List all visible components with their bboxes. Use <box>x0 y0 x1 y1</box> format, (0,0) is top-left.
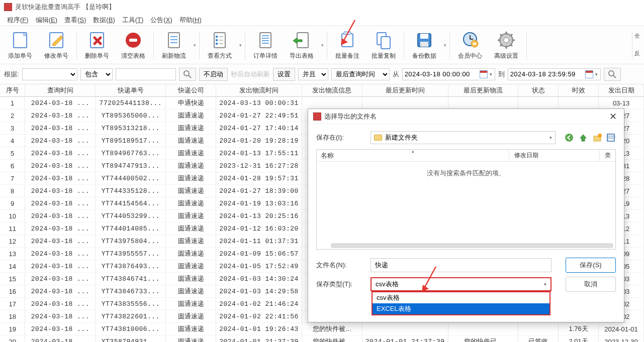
svg-line-47 <box>613 75 616 78</box>
backup-data-button[interactable]: 备份数据 <box>406 27 442 63</box>
type-option-csv[interactable]: csv表格 <box>373 292 549 303</box>
svg-line-41 <box>510 44 512 46</box>
up-icon[interactable] <box>579 133 588 142</box>
delete-number-button[interactable]: 删除单号 <box>79 27 115 63</box>
export-table-button[interactable]: 导出表格 <box>284 27 320 63</box>
menu-b[interactable]: 数据(B) <box>90 15 118 26</box>
member-center-button[interactable]: 会员中心 <box>452 27 488 63</box>
chevron-down-icon[interactable]: ▾ <box>442 27 447 63</box>
menu-t[interactable]: 工具(T) <box>119 15 147 26</box>
svg-line-40 <box>500 34 502 36</box>
calendar-icon <box>480 70 488 78</box>
chevron-down-icon[interactable]: ▾ <box>320 27 325 63</box>
file-list[interactable]: ▴名称 修改日期 类 没有与搜索条件匹配的项。 <box>316 149 616 250</box>
empty-message: 没有与搜索条件匹配的项。 <box>317 162 615 178</box>
chevron-down-icon[interactable]: ▾ <box>238 27 243 63</box>
separator <box>199 31 200 59</box>
table-row[interactable]: 202024-03-18 ...YT358794931...圆通速递2024-0… <box>0 335 644 343</box>
title-bar: 灵软快递批量查询高手 【是玲啊】 <box>0 0 644 14</box>
menu-s[interactable]: 查看(S) <box>61 15 89 26</box>
folder-select[interactable]: 新建文件夹 ▾ <box>371 131 556 144</box>
search-button[interactable] <box>179 68 196 81</box>
save-in-label: 保存在(I): <box>316 133 366 142</box>
table-row[interactable]: 12024-03-18 ...772025441138...申通快递2024-0… <box>0 97 644 109</box>
table-row[interactable]: 192024-03-18 ...YT743810006...圆通速递2024-0… <box>0 323 644 335</box>
cancel-button[interactable]: 取消 <box>566 277 616 292</box>
chevron-down-icon[interactable]: ▾ <box>192 27 197 63</box>
from-date-input[interactable]: 2024-03-18 00:00:00▾ <box>402 68 495 80</box>
column-name[interactable]: ▴名称 <box>317 150 509 161</box>
filter-value-input[interactable] <box>116 68 176 80</box>
and-select[interactable]: 并且 <box>298 68 328 80</box>
column-date[interactable]: 修改日期 <box>509 150 599 161</box>
save-type-select[interactable]: csv表格 ▾ csv表格 EXCEL表格 <box>371 277 551 291</box>
column-header[interactable]: 最后更新时间 <box>362 84 448 97</box>
menu-bar: 程序(F)编辑(E)查看(S)数据(B)工具(T)公告(X)帮助(H) <box>0 14 644 26</box>
app-title: 灵软快递批量查询高手 【是玲啊】 <box>15 3 115 12</box>
file-list-header: ▴名称 修改日期 类 <box>317 150 615 162</box>
contains-select[interactable]: 包含 <box>80 68 113 80</box>
detail-icon <box>255 30 276 51</box>
column-header[interactable]: 发出物流信息 <box>302 84 362 97</box>
view-mode-button[interactable]: 查看方式 <box>202 27 238 63</box>
calendar-icon <box>585 70 593 78</box>
no-start-button[interactable]: 不启动 <box>199 68 228 81</box>
last-query-select[interactable]: 最后查询时间 <box>331 68 390 80</box>
scrollbar-thumb[interactable] <box>331 243 613 248</box>
menu-f[interactable]: 程序(F) <box>4 15 32 26</box>
svg-line-43 <box>510 34 512 36</box>
back-icon[interactable] <box>565 133 574 142</box>
column-header[interactable]: 快递单号 <box>96 84 166 97</box>
svg-rect-27 <box>420 34 428 39</box>
add-number-button[interactable]: 添加单号 <box>2 27 38 63</box>
save-button[interactable]: 保存(S) <box>566 258 616 273</box>
menu-h[interactable]: 帮助(H) <box>176 15 205 26</box>
to-date-input[interactable]: 2024-03-18 23:59:59▾ <box>508 68 601 80</box>
column-header[interactable]: 查询时间 <box>25 84 96 97</box>
menu-e[interactable]: 编辑(E) <box>33 15 60 26</box>
app-icon <box>4 3 12 11</box>
svg-line-45 <box>189 75 191 78</box>
list-icon <box>209 30 230 51</box>
separator <box>327 31 327 59</box>
auto-refresh-label: 秒后自动刷新 <box>231 70 270 79</box>
settings-button[interactable]: 设置 <box>273 68 295 81</box>
side-label: 全 反 <box>632 31 642 59</box>
svg-rect-22 <box>342 34 353 47</box>
svg-rect-11 <box>216 39 218 41</box>
svg-point-35 <box>504 38 509 43</box>
column-header[interactable]: 状态 <box>518 84 559 97</box>
column-header[interactable]: 最后更新物流 <box>448 84 518 97</box>
svg-rect-4 <box>129 39 137 42</box>
basis-label: 根据: <box>4 70 19 79</box>
close-button[interactable]: ✕ <box>607 110 619 123</box>
export-icon <box>291 30 312 51</box>
copy-icon <box>373 30 394 51</box>
column-header[interactable]: 序号 <box>0 84 25 97</box>
column-header[interactable]: 快递公司 <box>166 84 216 97</box>
menu-x[interactable]: 公告(X) <box>147 15 175 26</box>
svg-rect-12 <box>216 43 218 45</box>
order-detail-button[interactable]: 订单详情 <box>247 27 284 63</box>
advanced-settings-button[interactable]: 高级设置 <box>488 27 524 63</box>
page-add-icon <box>10 30 31 51</box>
column-type[interactable]: 类 <box>599 150 615 161</box>
filter-bar: 根据: 包含 不启动 秒后自动刷新 设置 并且 最后查询时间 从 2024-03… <box>0 64 644 84</box>
basis-select[interactable] <box>22 68 77 80</box>
batch-copy-button[interactable]: 批量复制 <box>365 27 402 63</box>
column-header[interactable]: 发出物流时间 <box>216 84 302 97</box>
refresh-logistics-button[interactable]: 刷新物流 <box>156 27 192 63</box>
edit-number-button[interactable]: 修改单号 <box>38 27 74 63</box>
clear-table-button[interactable]: 清空表格 <box>115 27 151 63</box>
filename-input[interactable] <box>371 258 551 272</box>
new-folder-icon[interactable] <box>593 133 602 142</box>
column-header[interactable]: 时效 <box>559 84 599 97</box>
dialog-icon <box>313 112 321 121</box>
view-menu-icon[interactable] <box>607 133 616 142</box>
date-search-button[interactable] <box>604 68 621 81</box>
batch-note-button[interactable]: 批量备注 <box>329 27 365 63</box>
search-icon <box>183 70 192 78</box>
page-edit-icon <box>46 30 67 51</box>
type-option-excel[interactable]: EXCEL表格 <box>373 303 549 314</box>
column-header[interactable]: 发出日期 <box>599 84 644 97</box>
